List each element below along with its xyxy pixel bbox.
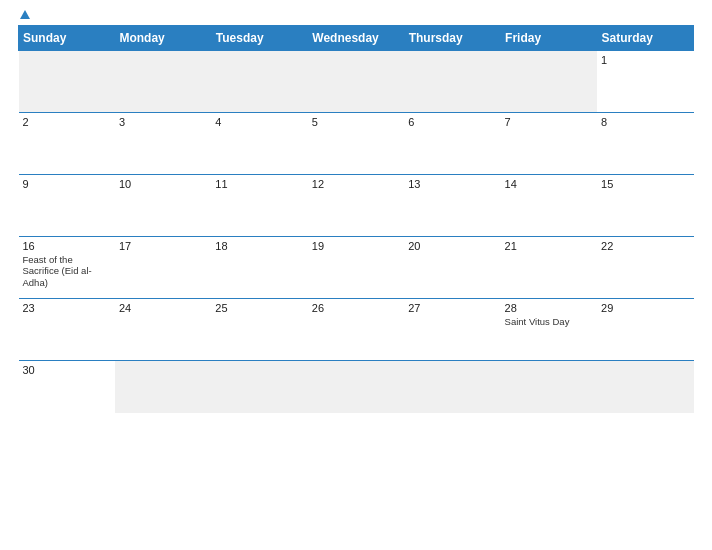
day-number: 29 [601,302,689,314]
calendar-week-row: 1 [19,51,694,113]
header [18,10,694,19]
calendar-cell: 20 [404,237,500,299]
day-number: 16 [23,240,111,252]
weekday-header-wednesday: Wednesday [308,26,404,51]
day-number: 27 [408,302,496,314]
calendar-week-row: 16Feast of the Sacrifice (Eid al-Adha)17… [19,237,694,299]
calendar-cell [308,51,404,113]
day-number: 12 [312,178,400,190]
weekday-header-sunday: Sunday [19,26,115,51]
calendar-cell: 11 [211,175,307,237]
calendar-header-row: SundayMondayTuesdayWednesdayThursdayFrid… [19,26,694,51]
day-number: 5 [312,116,400,128]
day-number: 20 [408,240,496,252]
calendar-cell: 8 [597,113,693,175]
weekday-header-thursday: Thursday [404,26,500,51]
weekday-header-tuesday: Tuesday [211,26,307,51]
calendar-cell: 29 [597,299,693,361]
calendar-cell: 28Saint Vitus Day [501,299,597,361]
calendar-cell: 16Feast of the Sacrifice (Eid al-Adha) [19,237,115,299]
logo [18,10,30,19]
day-number: 19 [312,240,400,252]
day-number: 17 [119,240,207,252]
day-number: 15 [601,178,689,190]
day-number: 25 [215,302,303,314]
calendar-cell [19,51,115,113]
calendar-cell [211,51,307,113]
calendar-cell: 14 [501,175,597,237]
holiday-label: Feast of the Sacrifice (Eid al-Adha) [23,254,111,288]
logo-triangle-icon [20,10,30,19]
calendar-cell: 9 [19,175,115,237]
calendar-week-row: 232425262728Saint Vitus Day29 [19,299,694,361]
day-number: 22 [601,240,689,252]
day-number: 14 [505,178,593,190]
calendar-cell: 17 [115,237,211,299]
calendar-cell: 22 [597,237,693,299]
calendar-cell: 2 [19,113,115,175]
day-number: 1 [601,54,689,66]
day-number: 8 [601,116,689,128]
day-number: 10 [119,178,207,190]
calendar-table: SundayMondayTuesdayWednesdayThursdayFrid… [18,25,694,413]
calendar-cell: 21 [501,237,597,299]
calendar-week-row: 2345678 [19,113,694,175]
day-number: 26 [312,302,400,314]
day-number: 13 [408,178,496,190]
calendar-cell: 6 [404,113,500,175]
day-number: 24 [119,302,207,314]
calendar-cell: 10 [115,175,211,237]
calendar-cell: 15 [597,175,693,237]
calendar-cell [404,51,500,113]
calendar-cell: 5 [308,113,404,175]
calendar-cell [308,361,404,413]
holiday-label: Saint Vitus Day [505,316,593,327]
day-number: 3 [119,116,207,128]
calendar-cell: 12 [308,175,404,237]
day-number: 11 [215,178,303,190]
day-number: 9 [23,178,111,190]
day-number: 6 [408,116,496,128]
calendar-cell [501,51,597,113]
calendar-week-row: 9101112131415 [19,175,694,237]
day-number: 7 [505,116,593,128]
day-number: 30 [23,364,111,376]
calendar-cell: 30 [19,361,115,413]
weekday-header-monday: Monday [115,26,211,51]
calendar-cell: 3 [115,113,211,175]
calendar-cell [115,51,211,113]
day-number: 21 [505,240,593,252]
calendar-cell: 24 [115,299,211,361]
calendar-cell: 19 [308,237,404,299]
day-number: 2 [23,116,111,128]
calendar-cell: 18 [211,237,307,299]
day-number: 18 [215,240,303,252]
calendar-cell: 1 [597,51,693,113]
calendar-cell: 13 [404,175,500,237]
weekday-header-saturday: Saturday [597,26,693,51]
weekday-header-friday: Friday [501,26,597,51]
calendar-cell [211,361,307,413]
calendar-cell: 4 [211,113,307,175]
page: SundayMondayTuesdayWednesdayThursdayFrid… [0,0,712,550]
calendar-cell [404,361,500,413]
calendar-cell: 7 [501,113,597,175]
calendar-cell [115,361,211,413]
calendar-cell [501,361,597,413]
calendar-week-row: 30 [19,361,694,413]
calendar-cell: 26 [308,299,404,361]
calendar-cell [597,361,693,413]
calendar-cell: 27 [404,299,500,361]
calendar-cell: 25 [211,299,307,361]
day-number: 23 [23,302,111,314]
calendar-cell: 23 [19,299,115,361]
day-number: 28 [505,302,593,314]
day-number: 4 [215,116,303,128]
